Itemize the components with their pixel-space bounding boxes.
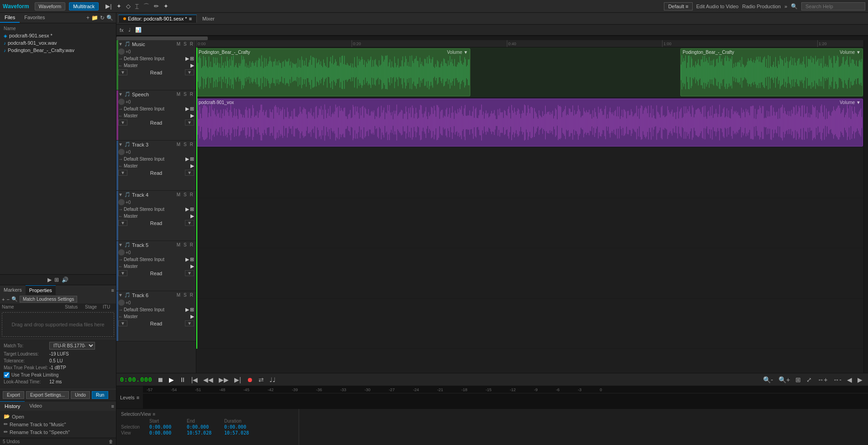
transport-loop-btn[interactable]: ⇄ — [257, 375, 266, 384]
mini-export-btn[interactable]: ⊞ — [54, 277, 59, 283]
track-lane-music[interactable]: Podington_Bear_-_Crafty Volume ▼ Podingt… — [196, 47, 863, 98]
expand-3[interactable]: ▼ — [118, 142, 123, 147]
search-files-icon[interactable]: 🔍 — [106, 15, 113, 21]
track-s-4[interactable]: S — [183, 192, 188, 197]
meter-btn[interactable]: 📊 — [134, 26, 143, 33]
zoom-full-btn[interactable]: ⤢ — [805, 375, 814, 384]
folder-icon[interactable]: 📁 — [91, 15, 98, 21]
track-master-label-music[interactable]: Master — [124, 63, 138, 68]
search-match-btn[interactable]: 🔍 — [11, 296, 18, 302]
match-to-select[interactable]: ITU-R BS.1770-3 Loudness — [49, 342, 95, 350]
track-s-5[interactable]: S — [183, 242, 188, 247]
edit-audio-video-btn[interactable]: Edit Audio to Video — [696, 4, 739, 9]
track-master-label-3[interactable]: Master — [124, 163, 138, 168]
track-s-speech[interactable]: S — [183, 92, 188, 97]
track-r-music[interactable]: R — [189, 42, 194, 47]
read-btn-5[interactable]: ▼ — [118, 270, 127, 276]
track-lane-5[interactable] — [196, 248, 863, 298]
tab-editor[interactable]: Editor: podcraft-901.sesx * ≡ — [118, 15, 197, 23]
read-btn-4[interactable]: ▼ — [118, 220, 127, 226]
track-input-label-3[interactable]: Default Stereo Input — [124, 157, 164, 162]
track-input-label-music[interactable]: Default Stereo Input — [124, 56, 164, 61]
tab-video[interactable]: Video — [25, 401, 47, 411]
vol-knob-5[interactable] — [118, 249, 125, 256]
track-s-3[interactable]: S — [183, 142, 188, 147]
scroll-left-btn[interactable]: ◀ — [845, 375, 854, 384]
mode-drop-6[interactable]: ▼ — [185, 320, 194, 326]
track-mode-drop-music[interactable]: ▼ — [185, 69, 194, 75]
track-r-4[interactable]: R — [189, 192, 194, 197]
track-m-speech[interactable]: M — [176, 92, 181, 97]
track-lane-speech[interactable]: podcraft-901_vox Volume ▼ — [196, 98, 863, 148]
track-master-4[interactable]: Master — [124, 214, 138, 219]
multitrack-mode-btn[interactable]: Multitrack — [69, 2, 99, 10]
history-item-open[interactable]: 📂 Open — [2, 413, 114, 420]
track-m-4[interactable]: M — [176, 192, 181, 197]
tab-properties[interactable]: Properties — [26, 285, 56, 295]
audio-clip-vox[interactable]: podcraft-901_vox Volume ▼ — [196, 99, 863, 147]
track-input-6[interactable]: Default Stereo Input — [124, 307, 164, 312]
transport-back-btn[interactable]: |◀ — [189, 375, 200, 384]
add-file-btn[interactable]: + — [2, 297, 5, 302]
timeline-hscroll[interactable] — [116, 36, 868, 40]
mode-drop-4[interactable]: ▼ — [185, 220, 194, 226]
track-m-6[interactable]: M — [176, 293, 181, 298]
history-item-rename-music[interactable]: ✏ Rename Track to "Music" — [2, 420, 114, 428]
transport-record-btn[interactable]: ⏺ — [245, 375, 255, 384]
track-m-3[interactable]: M — [176, 142, 181, 147]
audio-clip-crafty-1[interactable]: Podington_Bear_-_Crafty Volume ▼ — [196, 48, 470, 96]
expand-6[interactable]: ▼ — [118, 293, 123, 298]
transport-play-btn[interactable]: ▶ — [167, 375, 176, 384]
history-item-rename-speech[interactable]: ✏ Rename Track to "Speech" — [2, 428, 114, 436]
transport-next-btn[interactable]: ▶▶ — [217, 375, 231, 384]
track-lane-3[interactable] — [196, 148, 863, 198]
tab-favorites[interactable]: Favorites — [20, 13, 49, 23]
drop-zone[interactable]: Drag and drop supported media files here — [2, 312, 114, 337]
track-lane-4[interactable] — [196, 198, 863, 248]
match-loudness-settings-btn[interactable]: Match Loudness Settings — [20, 296, 77, 303]
track-lane-6[interactable] — [196, 298, 863, 349]
vol-knob-3[interactable] — [118, 149, 125, 155]
workspace-btn[interactable]: Default ≡ — [664, 2, 692, 10]
tool-cut[interactable]: ⌶ — [134, 2, 140, 10]
track-r-6[interactable]: R — [189, 293, 194, 298]
track-s-music[interactable]: S — [183, 42, 188, 47]
zoom-in-btn[interactable]: 🔍+ — [777, 375, 792, 384]
remove-file-btn[interactable]: − — [6, 297, 9, 302]
right-scrollbar[interactable] — [863, 40, 868, 373]
mini-volume-btn[interactable]: 🔊 — [62, 277, 68, 283]
track-r-speech[interactable]: R — [189, 92, 194, 97]
search-input[interactable] — [801, 2, 865, 10]
vol-knob-music[interactable] — [118, 48, 125, 55]
tab-markers[interactable]: Markers — [0, 285, 26, 295]
read-btn-6[interactable]: ▼ — [118, 320, 127, 326]
track-master-label-speech[interactable]: Master — [124, 113, 138, 118]
scroll-right-btn[interactable]: ▶ — [856, 375, 864, 384]
new-icon[interactable]: + — [86, 15, 89, 21]
expand-4[interactable]: ▼ — [118, 192, 123, 197]
undo-btn[interactable]: Undo — [71, 391, 90, 399]
track-read-btn-speech[interactable]: ▼ — [118, 120, 127, 126]
fx-btn[interactable]: fx — [118, 27, 125, 33]
file-item-vox[interactable]: ♪ podcraft-901_vox.wav — [0, 39, 116, 47]
file-item-project[interactable]: ◈ podcraft-901.sesx * — [0, 32, 116, 39]
vol-knob-speech[interactable] — [118, 99, 125, 105]
track-input-label-speech[interactable]: Default Stereo Input — [124, 106, 164, 111]
track-s-6[interactable]: S — [183, 293, 188, 298]
track-master-6[interactable]: Master — [124, 314, 138, 319]
track-m-5[interactable]: M — [176, 242, 181, 247]
track-m-music[interactable]: M — [176, 42, 181, 47]
editor-tab-menu[interactable]: ≡ — [189, 16, 192, 21]
export-settings-btn[interactable]: Export Settings... — [26, 391, 69, 399]
expand-btn[interactable]: » — [784, 4, 787, 9]
tab-history[interactable]: History — [0, 401, 25, 411]
transport-prev-btn[interactable]: ◀◀ — [201, 375, 215, 384]
tab-mixer[interactable]: Mixer — [198, 15, 219, 22]
expand-5[interactable]: ▼ — [118, 242, 123, 247]
history-menu-btn[interactable]: ≡ — [111, 403, 114, 409]
transport-stop-btn[interactable]: ⏹ — [155, 375, 165, 384]
tool-time[interactable]: ◇ — [125, 2, 132, 10]
hscroll-thumb[interactable] — [116, 37, 208, 40]
tool-move[interactable]: ▶| — [104, 2, 113, 10]
true-peak-checkbox[interactable] — [4, 372, 10, 378]
